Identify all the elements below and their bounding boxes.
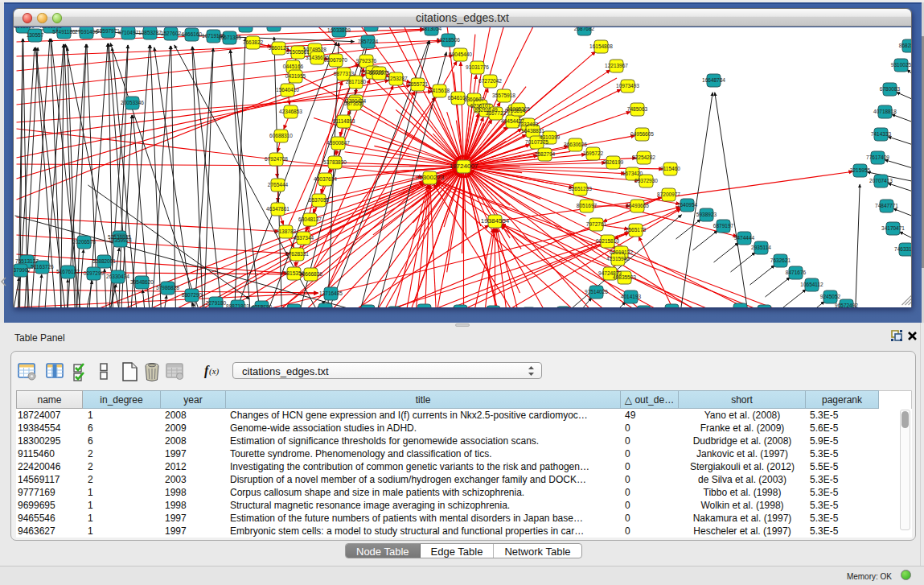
svg-text:6360607: 6360607 <box>463 97 484 102</box>
svg-text:5873557: 5873557 <box>343 101 364 106</box>
svg-text:01995305: 01995305 <box>507 106 530 112</box>
svg-text:8813054: 8813054 <box>421 27 441 31</box>
svg-text:16154808: 16154808 <box>589 43 613 49</box>
svg-text:57628331: 57628331 <box>285 251 309 257</box>
svg-text:19384554: 19384554 <box>480 217 509 225</box>
svg-text:82651233: 82651233 <box>569 186 592 192</box>
svg-text:1527602: 1527602 <box>160 31 181 36</box>
svg-text:75513137: 75513137 <box>15 258 39 264</box>
svg-text:88871803: 88871803 <box>226 303 249 307</box>
svg-text:5938923: 5938923 <box>696 212 717 217</box>
svg-text:15640410: 15640410 <box>276 87 299 93</box>
svg-text:3215955: 3215955 <box>849 167 870 173</box>
svg-text:1695722: 1695722 <box>582 150 603 156</box>
svg-text:40037614: 40037614 <box>314 176 337 182</box>
svg-text:97514026: 97514026 <box>585 289 608 295</box>
svg-text:04956605: 04956605 <box>630 131 654 137</box>
svg-text:02685995: 02685995 <box>234 27 257 28</box>
svg-text:59045440: 59045440 <box>449 51 472 57</box>
svg-text:3167723: 3167723 <box>485 110 506 116</box>
svg-text:6877313: 6877313 <box>333 71 354 76</box>
svg-text:8682889: 8682889 <box>898 43 911 48</box>
svg-text:2817180: 2817180 <box>345 79 366 84</box>
svg-text:27691406: 27691406 <box>75 29 98 35</box>
svg-text:42346853: 42346853 <box>279 109 302 114</box>
svg-text:2565178: 2565178 <box>625 227 646 233</box>
svg-text:6537056: 6537056 <box>308 197 329 203</box>
svg-text:51676122: 51676122 <box>56 269 80 274</box>
svg-text:82254282: 82254282 <box>632 154 655 160</box>
svg-text:0297299: 0297299 <box>83 270 104 276</box>
svg-text:1640954: 1640954 <box>676 202 697 208</box>
svg-text:42315942: 42315942 <box>606 256 630 262</box>
svg-text:16648784: 16648784 <box>702 77 725 83</box>
svg-text:67272042: 67272042 <box>478 78 502 84</box>
svg-text:53783830: 53783830 <box>323 159 347 165</box>
svg-text:57986828: 57986828 <box>156 285 179 290</box>
svg-text:20206576: 20206576 <box>72 239 96 245</box>
svg-text:52882001: 52882001 <box>92 258 116 264</box>
svg-text:9474444: 9474444 <box>733 235 754 241</box>
svg-text:02067970: 02067970 <box>324 57 347 63</box>
svg-text:26330434: 26330434 <box>106 274 129 279</box>
svg-text:130557: 130557 <box>26 32 43 38</box>
svg-text:2765444: 2765444 <box>267 182 288 187</box>
svg-text:6002675: 6002675 <box>368 70 389 76</box>
svg-text:19218506: 19218506 <box>437 37 460 43</box>
svg-text:7972761: 7972761 <box>585 221 606 227</box>
svg-text:96572492: 96572492 <box>835 303 858 307</box>
svg-text:4014193: 4014193 <box>620 294 641 299</box>
svg-text:30666836: 30666836 <box>299 271 322 277</box>
svg-text:1673420: 1673420 <box>622 171 643 176</box>
svg-text:36630626: 36630626 <box>564 142 587 147</box>
svg-text:50749528: 50749528 <box>303 47 326 52</box>
svg-text:7857224: 7857224 <box>357 39 378 44</box>
svg-text:8807290: 8807290 <box>181 292 202 298</box>
svg-text:2138783: 2138783 <box>275 229 296 234</box>
svg-text:87200977: 87200977 <box>657 192 680 197</box>
svg-text:7485063: 7485063 <box>626 106 647 112</box>
svg-text:16671385: 16671385 <box>218 35 241 40</box>
svg-text:60688310: 60688310 <box>269 133 293 138</box>
svg-text:46347861: 46347861 <box>266 206 290 212</box>
svg-text:62019132: 62019132 <box>610 249 633 255</box>
svg-text:74633191: 74633191 <box>894 246 911 252</box>
svg-text:10654112: 10654112 <box>800 282 823 287</box>
svg-text:12213967: 12213967 <box>605 63 628 68</box>
svg-text:67924708: 67924708 <box>265 156 288 162</box>
svg-text:0826199: 0826199 <box>602 159 623 165</box>
svg-text:6780083: 6780083 <box>879 86 900 92</box>
svg-text:8051697: 8051697 <box>576 203 597 208</box>
svg-text:1582794: 1582794 <box>534 151 555 157</box>
svg-text:4655721: 4655721 <box>407 81 428 87</box>
svg-text:40718818: 40718818 <box>873 109 897 114</box>
svg-text:4310399: 4310399 <box>539 134 560 140</box>
svg-text:46493665: 46493665 <box>626 203 649 208</box>
svg-text:93518190: 93518190 <box>14 27 35 29</box>
svg-text:2687682: 2687682 <box>573 27 594 31</box>
svg-text:20707413: 20707413 <box>869 178 893 183</box>
svg-text:9310025: 9310025 <box>890 62 911 68</box>
svg-text:70107375: 70107375 <box>525 139 548 145</box>
svg-text:6879197: 6879197 <box>713 223 733 229</box>
svg-text:(x): (x) <box>209 366 220 377</box>
svg-text:7414333: 7414333 <box>870 131 891 137</box>
svg-text:25300273: 25300273 <box>415 174 444 181</box>
svg-text:0431955: 0431955 <box>285 73 306 79</box>
svg-text:9115460: 9115460 <box>660 166 680 171</box>
svg-text:16033809: 16033809 <box>327 27 351 33</box>
svg-text:91031776: 91031776 <box>466 64 489 70</box>
svg-text:4018780: 4018780 <box>251 304 272 307</box>
svg-text:2279180: 2279180 <box>205 300 226 306</box>
svg-text:4710497: 4710497 <box>117 30 138 35</box>
svg-text:1415618: 1415618 <box>429 88 450 93</box>
svg-text:10853287: 10853287 <box>138 30 162 35</box>
svg-text:2332493: 2332493 <box>517 122 538 127</box>
svg-text:8471676: 8471676 <box>785 270 806 275</box>
svg-text:6466160: 6466160 <box>181 31 202 37</box>
svg-text:55597971: 55597971 <box>97 28 120 34</box>
svg-text:10973493: 10973493 <box>616 83 639 89</box>
svg-text:00215810: 00215810 <box>596 238 619 244</box>
svg-text:49835503: 49835503 <box>613 274 636 280</box>
svg-text:20053346: 20053346 <box>121 100 144 105</box>
